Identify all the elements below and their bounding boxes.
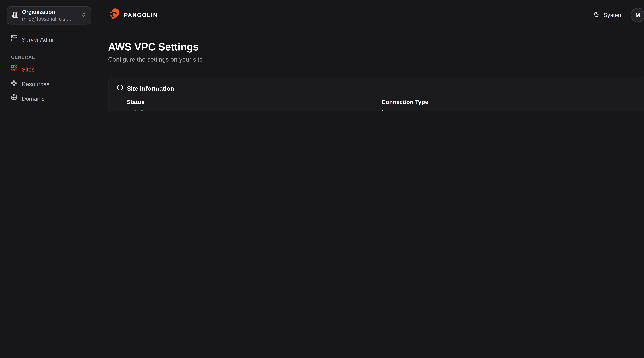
status-value: Online [127, 109, 382, 111]
online-status-dot [127, 111, 130, 111]
sidebar-item-label: Resources [22, 80, 50, 88]
theme-label: System [604, 12, 623, 18]
combine-icon [11, 65, 18, 74]
sidebar-nav: Server Admin GENERAL Sites Resources Dom… [0, 32, 98, 111]
connection-type-field: Connection Type Newt [382, 99, 636, 111]
server-icon [11, 35, 18, 44]
connection-type-value: Newt [382, 109, 636, 111]
site-info-header: Site Information [117, 84, 636, 92]
site-info-heading: Site Information [127, 85, 174, 92]
sidebar: Organization milo@fossorial.io's ... Ser… [0, 0, 98, 111]
status-label: Status [127, 99, 382, 106]
topbar: PANGOLIN System M [108, 0, 644, 30]
moon-icon [594, 11, 600, 19]
pangolin-logo-icon [108, 8, 120, 22]
site-info-card: Site Information Status Online Connectio… [108, 77, 644, 111]
status-field: Status Online [127, 99, 382, 111]
globe-icon [11, 94, 18, 103]
page-title: AWS VPC Settings [108, 40, 644, 53]
topbar-right: System M [594, 8, 644, 22]
sidebar-item-label: Sites [22, 65, 34, 74]
page-subtitle: Configure the settings on your site [108, 56, 644, 63]
connection-type-label: Connection Type [382, 99, 636, 106]
sidebar-item-resources[interactable]: Resources [7, 77, 91, 91]
building-icon [12, 12, 18, 19]
org-value: milo@fossorial.io's ... [22, 17, 71, 22]
site-info-grid: Status Online Connection Type Newt [127, 99, 636, 111]
online-status-text: Online [133, 109, 150, 111]
brand[interactable]: PANGOLIN [108, 8, 158, 22]
sidebar-item-domains[interactable]: Domains [7, 91, 91, 106]
waypoints-icon [11, 80, 18, 88]
avatar[interactable]: M [631, 8, 644, 22]
sidebar-item-server-admin[interactable]: Server Admin [7, 32, 91, 47]
main-area: PANGOLIN System M AWS VPC Settings Confi… [98, 0, 644, 111]
sidebar-item-label: Server Admin [22, 35, 56, 44]
brand-name: PANGOLIN [124, 12, 158, 18]
org-selector[interactable]: Organization milo@fossorial.io's ... [7, 6, 91, 25]
sidebar-section-general: GENERAL [7, 55, 91, 60]
sidebar-item-label: Domains [22, 94, 44, 103]
chevrons-up-down-icon [81, 12, 86, 19]
sidebar-item-sites[interactable]: Sites [7, 62, 91, 77]
app-root: Organization milo@fossorial.io's ... Ser… [0, 0, 644, 111]
org-text: Organization milo@fossorial.io's ... [22, 9, 71, 22]
info-icon [117, 84, 123, 92]
theme-toggle[interactable]: System [594, 11, 623, 19]
org-label: Organization [22, 9, 71, 15]
